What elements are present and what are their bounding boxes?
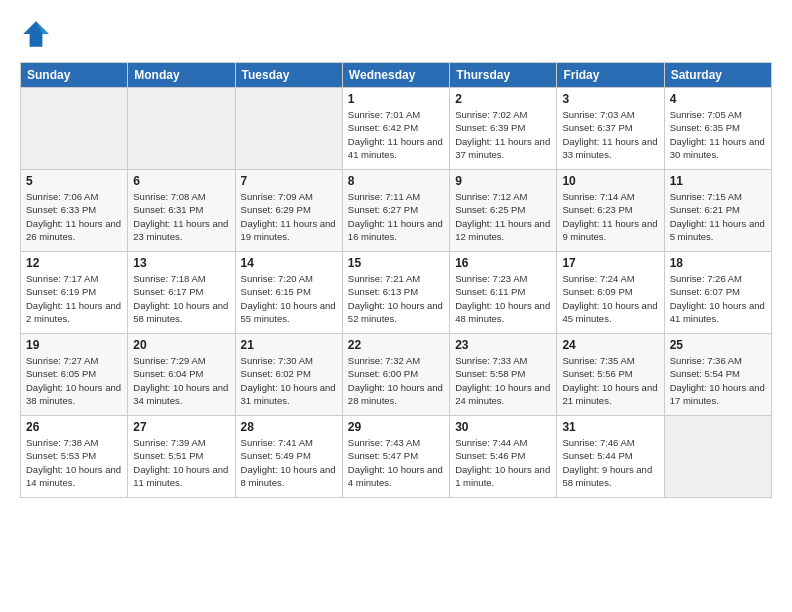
day-cell-2: 2Sunrise: 7:02 AM Sunset: 6:39 PM Daylig… [450,88,557,170]
day-cell-21: 21Sunrise: 7:30 AM Sunset: 6:02 PM Dayli… [235,334,342,416]
empty-cell [664,416,771,498]
day-info: Sunrise: 7:30 AM Sunset: 6:02 PM Dayligh… [241,354,337,407]
day-info: Sunrise: 7:20 AM Sunset: 6:15 PM Dayligh… [241,272,337,325]
day-number: 23 [455,338,551,352]
day-info: Sunrise: 7:05 AM Sunset: 6:35 PM Dayligh… [670,108,766,161]
day-number: 13 [133,256,229,270]
day-info: Sunrise: 7:36 AM Sunset: 5:54 PM Dayligh… [670,354,766,407]
day-info: Sunrise: 7:01 AM Sunset: 6:42 PM Dayligh… [348,108,444,161]
day-header-friday: Friday [557,63,664,88]
calendar-table: SundayMondayTuesdayWednesdayThursdayFrid… [20,62,772,498]
day-header-sunday: Sunday [21,63,128,88]
day-cell-13: 13Sunrise: 7:18 AM Sunset: 6:17 PM Dayli… [128,252,235,334]
day-info: Sunrise: 7:32 AM Sunset: 6:00 PM Dayligh… [348,354,444,407]
day-info: Sunrise: 7:06 AM Sunset: 6:33 PM Dayligh… [26,190,122,243]
day-cell-3: 3Sunrise: 7:03 AM Sunset: 6:37 PM Daylig… [557,88,664,170]
day-info: Sunrise: 7:44 AM Sunset: 5:46 PM Dayligh… [455,436,551,489]
day-info: Sunrise: 7:02 AM Sunset: 6:39 PM Dayligh… [455,108,551,161]
day-number: 5 [26,174,122,188]
empty-cell [128,88,235,170]
empty-cell [21,88,128,170]
day-number: 17 [562,256,658,270]
day-number: 1 [348,92,444,106]
day-number: 21 [241,338,337,352]
week-row-5: 26Sunrise: 7:38 AM Sunset: 5:53 PM Dayli… [21,416,772,498]
day-cell-26: 26Sunrise: 7:38 AM Sunset: 5:53 PM Dayli… [21,416,128,498]
day-cell-8: 8Sunrise: 7:11 AM Sunset: 6:27 PM Daylig… [342,170,449,252]
day-info: Sunrise: 7:41 AM Sunset: 5:49 PM Dayligh… [241,436,337,489]
day-info: Sunrise: 7:23 AM Sunset: 6:11 PM Dayligh… [455,272,551,325]
day-info: Sunrise: 7:46 AM Sunset: 5:44 PM Dayligh… [562,436,658,489]
day-info: Sunrise: 7:03 AM Sunset: 6:37 PM Dayligh… [562,108,658,161]
day-number: 26 [26,420,122,434]
day-cell-1: 1Sunrise: 7:01 AM Sunset: 6:42 PM Daylig… [342,88,449,170]
day-cell-15: 15Sunrise: 7:21 AM Sunset: 6:13 PM Dayli… [342,252,449,334]
day-info: Sunrise: 7:21 AM Sunset: 6:13 PM Dayligh… [348,272,444,325]
day-number: 10 [562,174,658,188]
day-cell-18: 18Sunrise: 7:26 AM Sunset: 6:07 PM Dayli… [664,252,771,334]
day-number: 24 [562,338,658,352]
day-cell-28: 28Sunrise: 7:41 AM Sunset: 5:49 PM Dayli… [235,416,342,498]
day-info: Sunrise: 7:11 AM Sunset: 6:27 PM Dayligh… [348,190,444,243]
day-number: 16 [455,256,551,270]
day-number: 3 [562,92,658,106]
day-cell-12: 12Sunrise: 7:17 AM Sunset: 6:19 PM Dayli… [21,252,128,334]
day-cell-16: 16Sunrise: 7:23 AM Sunset: 6:11 PM Dayli… [450,252,557,334]
day-cell-6: 6Sunrise: 7:08 AM Sunset: 6:31 PM Daylig… [128,170,235,252]
day-info: Sunrise: 7:12 AM Sunset: 6:25 PM Dayligh… [455,190,551,243]
day-info: Sunrise: 7:14 AM Sunset: 6:23 PM Dayligh… [562,190,658,243]
day-info: Sunrise: 7:35 AM Sunset: 5:56 PM Dayligh… [562,354,658,407]
day-cell-30: 30Sunrise: 7:44 AM Sunset: 5:46 PM Dayli… [450,416,557,498]
day-number: 4 [670,92,766,106]
day-cell-31: 31Sunrise: 7:46 AM Sunset: 5:44 PM Dayli… [557,416,664,498]
day-number: 8 [348,174,444,188]
day-info: Sunrise: 7:08 AM Sunset: 6:31 PM Dayligh… [133,190,229,243]
day-info: Sunrise: 7:17 AM Sunset: 6:19 PM Dayligh… [26,272,122,325]
day-number: 6 [133,174,229,188]
day-cell-17: 17Sunrise: 7:24 AM Sunset: 6:09 PM Dayli… [557,252,664,334]
day-number: 2 [455,92,551,106]
day-info: Sunrise: 7:09 AM Sunset: 6:29 PM Dayligh… [241,190,337,243]
day-cell-29: 29Sunrise: 7:43 AM Sunset: 5:47 PM Dayli… [342,416,449,498]
day-info: Sunrise: 7:24 AM Sunset: 6:09 PM Dayligh… [562,272,658,325]
days-header-row: SundayMondayTuesdayWednesdayThursdayFrid… [21,63,772,88]
day-number: 30 [455,420,551,434]
day-cell-19: 19Sunrise: 7:27 AM Sunset: 6:05 PM Dayli… [21,334,128,416]
day-info: Sunrise: 7:39 AM Sunset: 5:51 PM Dayligh… [133,436,229,489]
logo [20,18,56,50]
day-cell-25: 25Sunrise: 7:36 AM Sunset: 5:54 PM Dayli… [664,334,771,416]
day-cell-24: 24Sunrise: 7:35 AM Sunset: 5:56 PM Dayli… [557,334,664,416]
day-number: 19 [26,338,122,352]
day-info: Sunrise: 7:38 AM Sunset: 5:53 PM Dayligh… [26,436,122,489]
day-header-wednesday: Wednesday [342,63,449,88]
day-cell-14: 14Sunrise: 7:20 AM Sunset: 6:15 PM Dayli… [235,252,342,334]
day-cell-11: 11Sunrise: 7:15 AM Sunset: 6:21 PM Dayli… [664,170,771,252]
day-number: 29 [348,420,444,434]
day-header-monday: Monday [128,63,235,88]
day-cell-5: 5Sunrise: 7:06 AM Sunset: 6:33 PM Daylig… [21,170,128,252]
header [20,18,772,50]
day-number: 20 [133,338,229,352]
week-row-2: 5Sunrise: 7:06 AM Sunset: 6:33 PM Daylig… [21,170,772,252]
day-cell-22: 22Sunrise: 7:32 AM Sunset: 6:00 PM Dayli… [342,334,449,416]
day-number: 18 [670,256,766,270]
day-number: 22 [348,338,444,352]
day-number: 28 [241,420,337,434]
logo-icon [20,18,52,50]
day-cell-7: 7Sunrise: 7:09 AM Sunset: 6:29 PM Daylig… [235,170,342,252]
day-number: 14 [241,256,337,270]
day-cell-27: 27Sunrise: 7:39 AM Sunset: 5:51 PM Dayli… [128,416,235,498]
day-number: 7 [241,174,337,188]
week-row-4: 19Sunrise: 7:27 AM Sunset: 6:05 PM Dayli… [21,334,772,416]
day-number: 11 [670,174,766,188]
day-cell-23: 23Sunrise: 7:33 AM Sunset: 5:58 PM Dayli… [450,334,557,416]
day-number: 27 [133,420,229,434]
day-number: 15 [348,256,444,270]
week-row-1: 1Sunrise: 7:01 AM Sunset: 6:42 PM Daylig… [21,88,772,170]
day-info: Sunrise: 7:18 AM Sunset: 6:17 PM Dayligh… [133,272,229,325]
day-cell-9: 9Sunrise: 7:12 AM Sunset: 6:25 PM Daylig… [450,170,557,252]
day-info: Sunrise: 7:33 AM Sunset: 5:58 PM Dayligh… [455,354,551,407]
day-number: 25 [670,338,766,352]
day-cell-10: 10Sunrise: 7:14 AM Sunset: 6:23 PM Dayli… [557,170,664,252]
day-info: Sunrise: 7:43 AM Sunset: 5:47 PM Dayligh… [348,436,444,489]
